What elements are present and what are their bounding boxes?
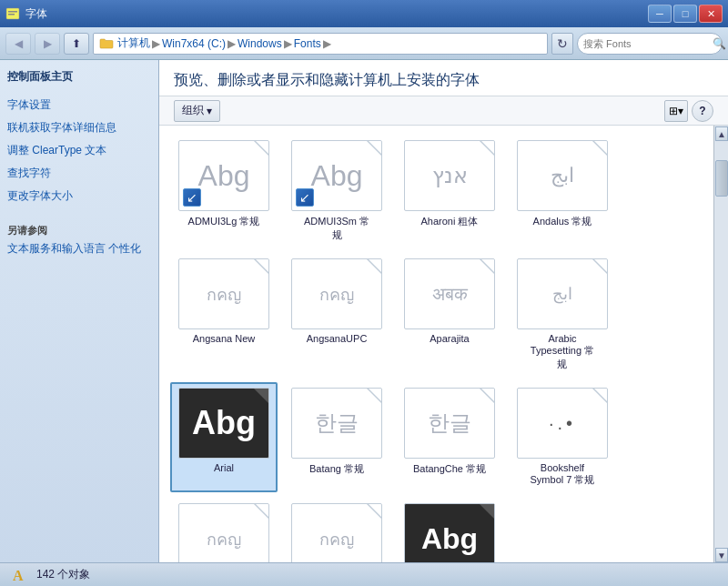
sidebar-link-find-char[interactable]: 查找字符: [7, 164, 151, 183]
sidebar-link-text-services[interactable]: 文本服务和输入语言: [7, 240, 106, 257]
font-icon-andalus: ﺍﺑﺞ: [517, 140, 608, 211]
font-icon-browallia-upc: กคญ: [291, 503, 382, 562]
refresh-button[interactable]: ↻: [551, 33, 573, 55]
scroll-down-button[interactable]: ▼: [715, 548, 728, 562]
font-icon-arabic-typesetting: ﺍﺑﺞ: [517, 258, 608, 329]
font-name-arabic-typesetting: ArabicTypesetting 常规: [531, 333, 594, 371]
shortcut-overlay: ↙: [183, 188, 201, 207]
font-item-admui3lg[interactable]: Abg ↙ ADMUI3Lg 常规: [170, 135, 278, 248]
font-name-admui3sm: ADMUI3Sm 常规: [304, 215, 369, 242]
font-icon-aparajita: अबक: [404, 258, 495, 329]
breadcrumb-computer[interactable]: 计算机: [117, 35, 150, 51]
close-button[interactable]: ✕: [699, 5, 723, 23]
sidebar-main-title: 控制面板主页: [7, 69, 151, 85]
scroll-up-button[interactable]: ▲: [715, 126, 728, 141]
organize-button[interactable]: 组织 ▾: [174, 100, 220, 122]
font-name-bookshelf: BookshelfSymbol 7 常规: [531, 462, 595, 487]
font-item-batangche[interactable]: 한글 BatangChe 常规: [396, 382, 503, 492]
content-header: 预览、删除或者显示和隐藏计算机上安装的字体: [159, 60, 728, 96]
window-title: 字体: [25, 6, 47, 22]
sidebar-also-see: 另请参阅 文本服务和输入语言 个性化: [7, 224, 151, 257]
view-button[interactable]: ⊞▾: [664, 100, 688, 122]
font-icon-aharoni: אנץ: [404, 140, 495, 211]
font-item-aharoni[interactable]: אנץ Aharoni 粗体: [396, 135, 503, 248]
scroll-thumb[interactable]: [715, 160, 728, 197]
up-button[interactable]: ⬆: [64, 33, 89, 55]
font-item-calibri[interactable]: Abg Calibri: [396, 498, 503, 562]
font-icon-admui3sm: Abg ↙: [291, 140, 382, 211]
search-input[interactable]: [583, 38, 709, 49]
sidebar-link-font-settings[interactable]: 字体设置: [7, 96, 151, 115]
content-area: 预览、删除或者显示和隐藏计算机上安装的字体 组织 ▾ ⊞▾ ? Abg: [159, 60, 728, 562]
sidebar-link-font-size[interactable]: 更改字体大小: [7, 187, 151, 206]
help-button[interactable]: ?: [692, 100, 713, 122]
font-icon-batangche: 한글: [404, 388, 495, 459]
font-icon-browallia-new: กคญ: [178, 503, 269, 562]
font-item-arabic-typesetting[interactable]: ﺍﺑﺞ ArabicTypesetting 常规: [509, 253, 616, 377]
forward-button[interactable]: ▶: [35, 33, 60, 55]
font-item-andalus[interactable]: ﺍﺑﺞ Andalus 常规: [509, 135, 616, 248]
window-controls: ─ □ ✕: [648, 5, 723, 23]
font-name-aparajita: Aparajita: [430, 333, 469, 344]
organize-label: 组织: [182, 103, 204, 118]
font-grid: Abg ↙ ADMUI3Lg 常规 Abg: [159, 126, 713, 562]
font-icon-admui3lg: Abg ↙: [178, 140, 269, 211]
status-bar: A 142 个对象: [0, 562, 728, 586]
svg-rect-2: [8, 14, 15, 15]
font-icon-angsana-upc: กคญ: [291, 258, 382, 329]
font-item-angsana-upc[interactable]: กคญ AngsanaUPC: [283, 253, 390, 377]
font-name-aharoni: Aharoni 粗体: [421, 215, 479, 228]
status-count: 142 个对象: [36, 567, 90, 582]
font-name-arial: Arial: [214, 462, 234, 473]
sidebar-link-cleartype[interactable]: 调整 ClearType 文本: [7, 141, 151, 160]
window-icon: [5, 6, 20, 21]
toolbar: 组织 ▾ ⊞▾ ?: [159, 96, 728, 126]
font-icon-calibri: Abg: [404, 503, 495, 562]
font-item-admui3sm[interactable]: Abg ↙ ADMUI3Sm 常规: [283, 135, 390, 248]
also-see-title: 另请参阅: [7, 224, 151, 237]
address-bar: ◀ ▶ ⬆ 计算机 ▶ Win7x64 (C:) ▶ Windows ▶ Fon…: [0, 27, 728, 60]
sidebar-link-online-fonts[interactable]: 联机获取字体详细信息: [7, 118, 151, 137]
font-name-angsana-upc: AngsanaUPC: [307, 333, 368, 344]
font-item-bookshelf[interactable]: ·.• BookshelfSymbol 7 常规: [509, 382, 616, 492]
font-item-browallia-new[interactable]: กคญ Browallia New: [170, 498, 278, 562]
font-name-batangche: BatangChe 常规: [413, 462, 486, 476]
font-item-batang[interactable]: 한글 Batang 常规: [283, 382, 390, 492]
font-icon-bookshelf: ·.•: [517, 388, 608, 459]
font-item-arial[interactable]: Abg Arial: [170, 382, 278, 492]
shortcut-overlay-2: ↙: [296, 188, 314, 207]
font-item-angsana-new[interactable]: กคญ Angsana New: [170, 253, 278, 377]
main-container: 控制面板主页 字体设置 联机获取字体详细信息 调整 ClearType 文本 查…: [0, 60, 728, 562]
title-bar: 字体 ─ □ ✕: [0, 0, 728, 27]
folder-icon: [99, 36, 114, 51]
breadcrumb-windows[interactable]: Windows: [238, 37, 282, 50]
font-name-batang: Batang 常规: [309, 462, 364, 476]
font-item-aparajita[interactable]: अबक Aparajita: [396, 253, 503, 377]
font-icon-batang: 한글: [291, 388, 382, 459]
minimize-button[interactable]: ─: [648, 5, 672, 23]
maximize-button[interactable]: □: [673, 5, 697, 23]
breadcrumb-drive[interactable]: Win7x64 (C:): [162, 37, 226, 50]
sidebar-link-personalize[interactable]: 个性化: [108, 240, 141, 257]
font-name-angsana-new: Angsana New: [193, 333, 256, 344]
svg-rect-1: [8, 11, 17, 13]
content-title: 预览、删除或者显示和隐藏计算机上安装的字体: [174, 71, 713, 90]
view-toggle: ⊞▾ ?: [664, 100, 713, 122]
font-item-browallia-upc[interactable]: กคญ BrowalliaUPC: [283, 498, 390, 562]
scrollbar[interactable]: ▲ ▼: [713, 126, 728, 562]
font-icon-angsana-new: กคญ: [178, 258, 269, 329]
font-name-andalus: Andalus 常规: [533, 215, 592, 228]
font-name-admui3lg: ADMUI3Lg 常规: [188, 215, 260, 228]
back-button[interactable]: ◀: [5, 33, 31, 55]
breadcrumb-fonts[interactable]: Fonts: [294, 37, 321, 50]
organize-chevron: ▾: [207, 105, 212, 117]
breadcrumb-bar: 计算机 ▶ Win7x64 (C:) ▶ Windows ▶ Fonts ▶: [93, 33, 548, 55]
status-font-icon: A: [11, 566, 29, 584]
svg-text:A: A: [13, 568, 24, 583]
search-bar: 🔍: [577, 33, 723, 55]
search-icon: 🔍: [713, 37, 726, 50]
font-icon-arial: Abg: [178, 388, 269, 459]
font-grid-wrapper: Abg ↙ ADMUI3Lg 常规 Abg: [159, 126, 728, 562]
sidebar: 控制面板主页 字体设置 联机获取字体详细信息 调整 ClearType 文本 查…: [0, 60, 159, 562]
